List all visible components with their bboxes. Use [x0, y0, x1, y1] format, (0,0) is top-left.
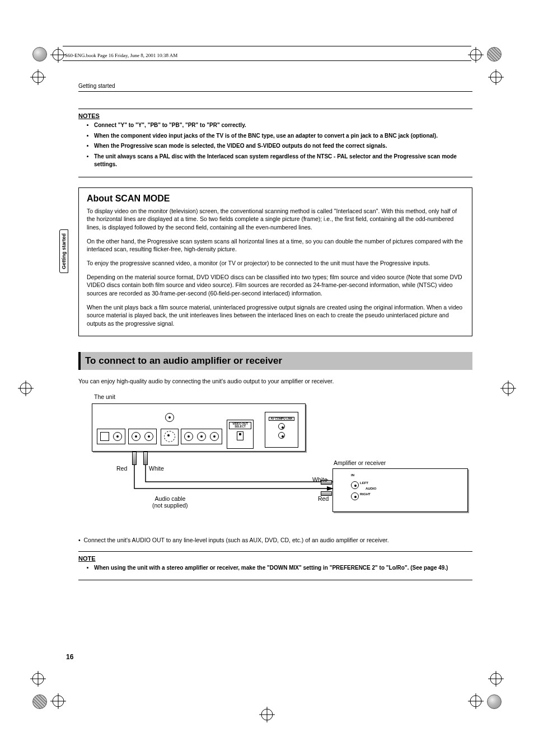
- crop-mark-icon: [488, 69, 504, 85]
- printer-mark-hatch: [32, 694, 47, 709]
- in-label: IN: [351, 473, 354, 477]
- crop-mark-icon: [259, 707, 275, 722]
- white-label: White: [312, 476, 327, 483]
- crop-mark-icon: [18, 381, 34, 396]
- printer-mark-ball: [487, 694, 502, 709]
- sidebar-tab: Getting started: [59, 229, 68, 273]
- connection-diagram: The unit: [92, 393, 472, 528]
- jack-icon: [351, 492, 359, 500]
- notes-box-bottom: NOTE When using the unit with a stereo a…: [78, 551, 472, 581]
- page-number: 16: [66, 653, 73, 661]
- intro-text: You can enjoy high-quality audio by conn…: [78, 378, 472, 384]
- scan-mode-title: About SCAN MODE: [87, 194, 464, 204]
- notes-box-top: NOTES Connect "Y" to "Y", "PB" to "PB", …: [78, 109, 472, 177]
- printer-mark-hatch: [487, 47, 502, 62]
- note-item: When the component video input jacks of …: [94, 132, 472, 140]
- printer-mark-ball: [32, 47, 47, 62]
- crop-mark-icon: [30, 69, 46, 85]
- jack-icon: [351, 481, 359, 489]
- connect-note: • Connect the unit's AUDIO OUT to any li…: [78, 537, 472, 543]
- book-header-text: S60-ENG.book Page 16 Friday, June 8, 200…: [65, 53, 177, 58]
- section-heading: To connect to an audio amplifier or rece…: [78, 352, 472, 370]
- note-item: Connect "Y" to "Y", "PB" to "PB", "PR" t…: [94, 121, 472, 130]
- scan-paragraph: Depending on the material source format,…: [87, 273, 464, 298]
- scan-paragraph: To display video on the monitor (televis…: [87, 207, 464, 232]
- note-item: The unit always scans a PAL disc with th…: [94, 153, 472, 169]
- crop-mark-icon: [488, 671, 504, 687]
- right-label: RIGHT: [360, 492, 371, 496]
- crop-mark-icon: [50, 693, 66, 709]
- amplifier-panel: IN LEFT RIGHT AUDIO: [332, 468, 468, 512]
- note-item: When the Progressive scan mode is select…: [94, 142, 472, 151]
- notes-title: NOTES: [78, 112, 472, 119]
- scan-paragraph: To enjoy the progressive scanned video, …: [87, 259, 464, 267]
- crop-mark-icon: [500, 381, 516, 396]
- notes-title: NOTE: [78, 555, 472, 562]
- note-item: When using the unit with a stereo amplif…: [94, 564, 472, 572]
- scan-paragraph: When the unit plays back a film source m…: [87, 303, 464, 328]
- scan-paragraph: On the other hand, the Progressive scan …: [87, 237, 464, 253]
- audio-label: AUDIO: [366, 487, 376, 490]
- scan-mode-box: About SCAN MODE To display video on the …: [78, 187, 472, 336]
- left-label: LEFT: [360, 481, 368, 485]
- crop-mark-icon: [30, 671, 46, 687]
- crop-mark-icon: [468, 693, 484, 709]
- amp-label: Amplifier or receiver: [334, 459, 386, 466]
- running-head: Getting started: [78, 83, 472, 92]
- red-label: Red: [318, 495, 329, 502]
